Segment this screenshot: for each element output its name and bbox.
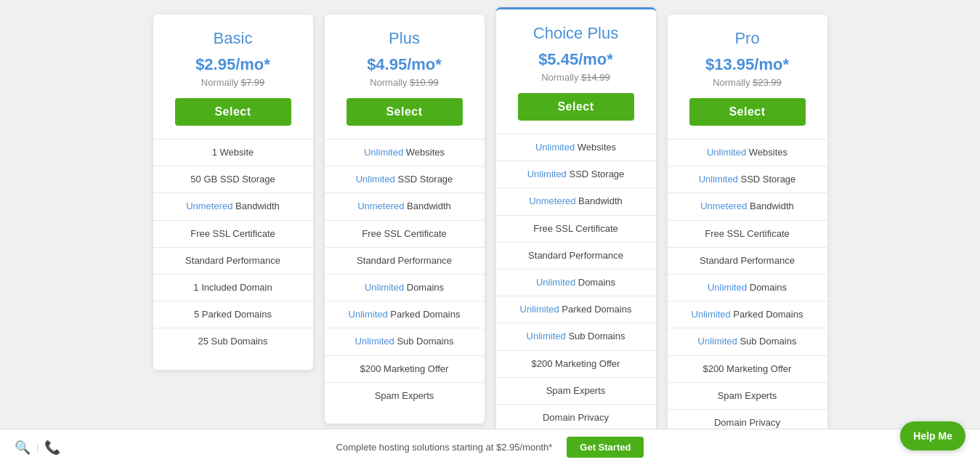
select-button-basic[interactable]: Select	[175, 98, 291, 126]
feature-item: Unlimited Parked Domains	[496, 296, 656, 323]
feature-item: Free SSL Certificate	[496, 215, 656, 242]
feature-item: Standard Performance	[325, 247, 485, 274]
feature-highlight: Unlimited	[692, 309, 731, 320]
feature-highlight: Unlimited	[365, 282, 404, 293]
plan-card-basic: Basic$2.95/mo*Normally $7.99Select1 Webs…	[153, 15, 313, 370]
feature-item: 25 Sub Domains	[153, 328, 313, 355]
plan-normal-price-choice-plus: Normally $14.99	[541, 72, 610, 83]
feature-item: 1 Included Domain	[153, 274, 313, 301]
feature-item: Spam Experts	[668, 382, 827, 409]
feature-item: 1 Website	[153, 139, 313, 166]
feature-item: Unlimited Websites	[668, 139, 827, 166]
feature-item: Unlimited Parked Domains	[668, 301, 827, 328]
feature-highlight: Unlimited	[355, 336, 394, 347]
feature-item: Free SSL Certificate	[153, 220, 313, 247]
feature-item: Spam Experts	[325, 382, 485, 409]
feature-item: Unlimited Domains	[325, 274, 485, 301]
feature-item: Unlimited Domains	[668, 274, 827, 301]
feature-item: Standard Performance	[153, 247, 313, 274]
feature-item: Unmetered Bandwidth	[496, 187, 656, 214]
feature-item: Unlimited Sub Domains	[325, 328, 485, 355]
plan-card-plus: Plus$4.95/mo*Normally $10.99SelectUnlimi…	[325, 15, 485, 424]
feature-item: Unmetered Bandwidth	[325, 193, 485, 219]
divider: |	[36, 442, 39, 453]
feature-item: Unlimited Websites	[325, 139, 485, 166]
feature-highlight: Unlimited	[349, 309, 388, 320]
feature-item: Unmetered Bandwidth	[668, 193, 827, 219]
feature-item: $200 Marketing Offer	[325, 355, 485, 382]
feature-highlight: Unlimited	[520, 304, 559, 315]
feature-item: Unmetered Bandwidth	[153, 193, 313, 219]
plan-price-plus: $4.95/mo*	[367, 55, 442, 74]
features-list-plus: Unlimited WebsitesUnlimited SSD StorageU…	[325, 139, 485, 409]
features-list-choice-plus: Unlimited WebsitesUnlimited SSD StorageU…	[496, 134, 656, 458]
plan-name-plus: Plus	[389, 29, 420, 48]
feature-highlight: Unlimited	[527, 331, 566, 341]
plan-name-pro: Pro	[734, 29, 759, 48]
plan-price-basic: $2.95/mo*	[195, 55, 270, 74]
search-icon: 🔍	[15, 440, 31, 456]
plan-normal-price-pro: Normally $23.99	[713, 77, 782, 88]
plan-name-choice-plus: Choice Plus	[533, 24, 618, 43]
select-button-pro[interactable]: Select	[689, 98, 806, 126]
feature-highlight: Unlimited	[536, 277, 575, 288]
feature-item: Unlimited Domains	[496, 269, 656, 296]
get-started-button[interactable]: Get Started	[567, 437, 644, 458]
feature-item: 5 Parked Domains	[153, 301, 313, 328]
feature-item: Standard Performance	[496, 242, 656, 269]
feature-item: Free SSL Certificate	[325, 220, 485, 247]
feature-highlight: Unlimited	[708, 282, 747, 293]
feature-highlight: Unlimited	[535, 142, 575, 153]
plan-price-choice-plus: $5.45/mo*	[538, 50, 613, 69]
footer-bar: 🔍 | 📞 Complete hosting solutions startin…	[0, 429, 980, 465]
help-button[interactable]: Help Me	[900, 421, 965, 450]
feature-highlight: Unlimited	[698, 336, 737, 347]
feature-highlight: Unmetered	[186, 201, 232, 211]
feature-item: Unlimited Sub Domains	[496, 323, 656, 349]
features-list-basic: 1 Website50 GB SSD StorageUnmetered Band…	[153, 139, 313, 355]
feature-highlight: Unmetered	[357, 201, 404, 211]
feature-highlight: Unmetered	[700, 201, 747, 211]
feature-item: Domain Privacy	[496, 404, 656, 431]
feature-item: $200 Marketing Offer	[496, 350, 656, 377]
feature-highlight: Unmetered	[529, 195, 575, 206]
feature-highlight: Unlimited	[527, 169, 567, 179]
plan-name-basic: Basic	[214, 29, 253, 48]
plan-card-choice-plus: Choice Plus$5.45/mo*Normally $14.99Selec…	[496, 7, 656, 465]
select-button-plus[interactable]: Select	[347, 98, 463, 126]
feature-item: Unlimited SSD Storage	[325, 166, 485, 193]
plans-container: Basic$2.95/mo*Normally $7.99Select1 Webs…	[0, 0, 980, 465]
select-button-choice-plus[interactable]: Select	[518, 93, 634, 121]
footer-text: Complete hosting solutions starting at $…	[336, 442, 553, 453]
feature-highlight: Unlimited	[699, 174, 738, 185]
feature-highlight: Unlimited	[356, 174, 395, 185]
plan-price-pro: $13.95/mo*	[705, 55, 789, 74]
feature-item: Spam Experts	[496, 377, 656, 404]
feature-item: Unlimited SSD Storage	[496, 161, 656, 187]
feature-item: 50 GB SSD Storage	[153, 166, 313, 193]
feature-item: $200 Marketing Offer	[668, 355, 827, 382]
plan-normal-price-basic: Normally $7.99	[201, 77, 264, 88]
plan-card-pro: Pro$13.95/mo*Normally $23.99SelectUnlimi…	[668, 15, 827, 465]
feature-item: Unlimited SSD Storage	[668, 166, 827, 193]
feature-highlight: Unlimited	[364, 147, 403, 158]
feature-highlight: Unlimited	[707, 147, 746, 158]
feature-item: Unlimited Parked Domains	[325, 301, 485, 328]
feature-item: Unlimited Sub Domains	[668, 328, 827, 355]
feature-item: Free SSL Certificate	[668, 220, 827, 247]
feature-item: Unlimited Websites	[496, 134, 656, 161]
features-list-pro: Unlimited WebsitesUnlimited SSD StorageU…	[668, 139, 827, 465]
footer-icons: 🔍 | 📞	[15, 440, 60, 456]
phone-icon: 📞	[44, 440, 60, 456]
plan-normal-price-plus: Normally $10.99	[370, 77, 439, 88]
feature-item: Standard Performance	[668, 247, 827, 274]
